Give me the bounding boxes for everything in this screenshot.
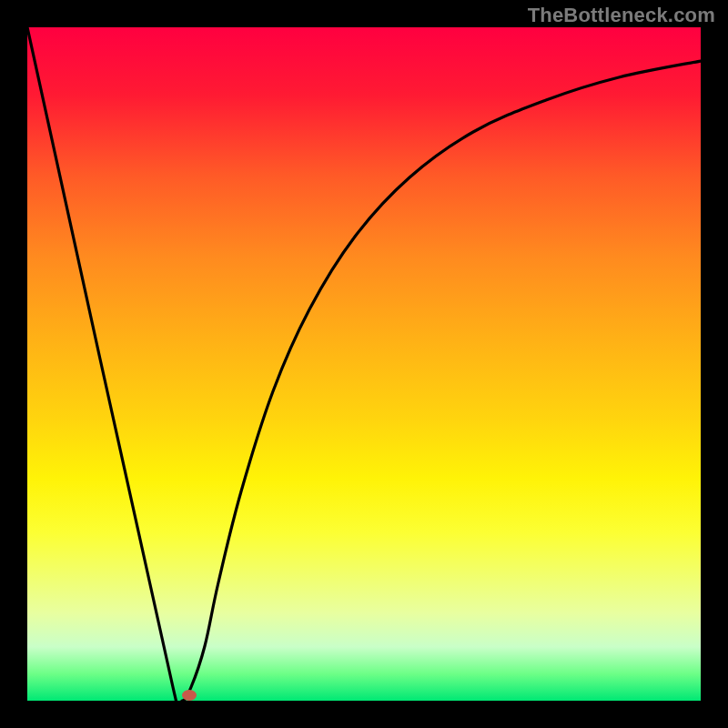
curve-line [27,27,701,701]
chart-svg [27,27,701,701]
chart-frame [27,27,701,701]
minimum-marker [182,690,197,701]
attribution-text: TheBottleneck.com [528,4,715,27]
